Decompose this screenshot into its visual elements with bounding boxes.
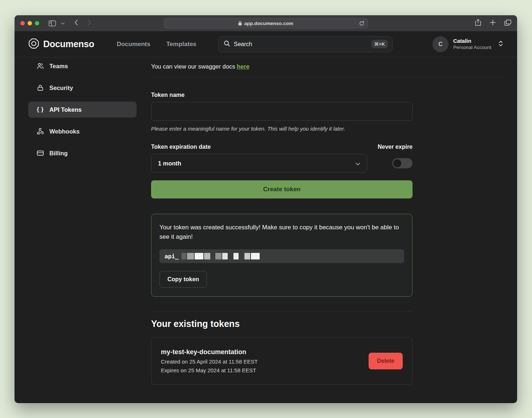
nav-documents[interactable]: Documents xyxy=(117,41,150,48)
lock-icon xyxy=(36,84,44,91)
browser-window: app.documenso.com xyxy=(15,15,517,403)
avatar: C xyxy=(432,36,448,52)
token-name: my-test-key-documentation xyxy=(161,348,258,356)
api-tokens-panel: You can view our swagger docs here Token… xyxy=(151,57,503,385)
close-window-button[interactable] xyxy=(20,21,25,25)
app-header: Documenso Documents Templates Search ⌘+K… xyxy=(15,31,517,57)
delete-token-button[interactable]: Delete xyxy=(369,353,403,369)
search-shortcut-badge: ⌘+K xyxy=(371,40,388,48)
back-button[interactable] xyxy=(74,19,78,27)
token-prefix: api_ xyxy=(165,253,179,260)
browser-toolbar: app.documenso.com xyxy=(15,15,517,31)
token-created-message: Your token was created successfully! Mak… xyxy=(159,223,402,241)
section-divider xyxy=(151,311,413,312)
new-tab-icon[interactable] xyxy=(490,20,496,27)
brand[interactable]: Documenso xyxy=(28,38,94,50)
never-expire-toggle[interactable] xyxy=(392,158,413,168)
sidebar-item-label: Webhooks xyxy=(49,128,80,135)
redacted-token xyxy=(182,253,260,259)
sidebar-item-teams[interactable]: Teams xyxy=(28,58,137,74)
search-icon xyxy=(224,40,230,48)
search-placeholder: Search xyxy=(234,41,368,48)
account-type: Personal Account xyxy=(453,44,491,51)
sidebar-item-label: Teams xyxy=(49,63,68,70)
token-value-field: api_ xyxy=(159,249,404,263)
url-bar[interactable]: app.documenso.com xyxy=(164,18,368,29)
existing-token-row: my-test-key-documentation Created on 25 … xyxy=(151,337,413,385)
sidebar-toggle-icon[interactable] xyxy=(49,20,56,26)
share-icon[interactable] xyxy=(475,19,481,28)
sidebar-item-billing[interactable]: Billing xyxy=(28,145,137,161)
sidebar-item-security[interactable]: Security xyxy=(28,80,137,96)
toggle-knob xyxy=(393,159,401,167)
existing-tokens-heading: Your existing tokens xyxy=(151,319,413,329)
section-divider xyxy=(151,77,503,77)
sidebar-item-label: API Tokens xyxy=(49,106,82,113)
minimize-window-button[interactable] xyxy=(28,21,32,25)
swagger-docs-text: You can view our swagger docs xyxy=(151,63,237,70)
main-nav: Documents Templates xyxy=(117,41,196,48)
token-created-date: Created on 25 April 2024 at 11:58 EEST xyxy=(161,358,258,365)
webhook-icon xyxy=(36,128,44,135)
swagger-docs-line: You can view our swagger docs here xyxy=(151,63,503,70)
expiration-label: Token expiration date xyxy=(151,144,211,150)
brand-name: Documenso xyxy=(43,39,94,49)
users-icon xyxy=(36,62,44,70)
sidebar-item-label: Billing xyxy=(49,150,68,157)
zoom-window-button[interactable] xyxy=(35,21,39,25)
settings-sidebar: Teams Security { } API Tokens xyxy=(28,57,137,385)
sidebar-item-label: Security xyxy=(49,85,73,91)
expiration-select[interactable]: 1 month xyxy=(151,154,367,173)
never-expire-label: Never expire xyxy=(378,144,413,150)
lock-icon xyxy=(238,21,242,26)
chevron-down-icon xyxy=(356,160,360,167)
traffic-lights xyxy=(20,21,39,25)
nav-templates[interactable]: Templates xyxy=(166,41,196,48)
documenso-logo-icon xyxy=(28,38,39,50)
tab-group-chevron-icon[interactable] xyxy=(61,22,65,25)
account-name: Catalin xyxy=(453,37,491,45)
url-text: app.documenso.com xyxy=(244,21,293,26)
reload-icon[interactable] xyxy=(359,21,364,26)
search-input[interactable]: Search ⌘+K xyxy=(218,36,393,52)
sidebar-item-api-tokens[interactable]: { } API Tokens xyxy=(28,102,137,118)
braces-icon: { } xyxy=(36,106,44,113)
token-expires-date: Expires on 25 May 2024 at 11:58 EEST xyxy=(161,367,258,373)
token-name-label: Token name xyxy=(151,92,413,98)
swagger-docs-link[interactable]: here xyxy=(237,63,249,70)
credit-card-icon xyxy=(36,149,44,157)
forward-button[interactable] xyxy=(87,19,92,27)
create-token-button[interactable]: Create token xyxy=(151,180,413,198)
expiration-selected-value: 1 month xyxy=(158,160,181,167)
sidebar-item-webhooks[interactable]: Webhooks xyxy=(28,123,137,139)
chevrons-up-down-icon xyxy=(498,40,503,48)
token-created-alert: Your token was created successfully! Mak… xyxy=(151,214,413,297)
tab-overview-icon[interactable] xyxy=(504,20,511,27)
token-name-input[interactable] xyxy=(151,102,413,121)
copy-token-button[interactable]: Copy token xyxy=(159,271,207,288)
token-name-hint: Please enter a meaningful name for your … xyxy=(151,126,413,132)
account-menu[interactable]: C Catalin Personal Account xyxy=(432,36,503,52)
